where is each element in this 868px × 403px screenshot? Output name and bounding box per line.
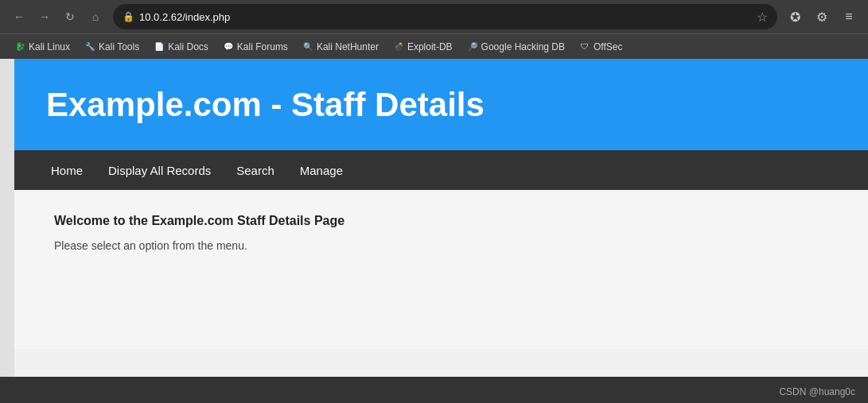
address-bar-icons: 🔒 (123, 11, 134, 22)
address-bar-container[interactable]: 🔒 ☆ (113, 4, 777, 29)
bookmark-offsec-label: OffSec (594, 41, 622, 52)
site-nav: Home Display All Records Search Manage (14, 150, 868, 190)
page-container: Example.com - Staff Details Home Display… (0, 59, 868, 377)
kali-tools-icon: 🔧 (84, 41, 95, 52)
site-footer: CSDN @huang0c (0, 377, 868, 403)
nav-home[interactable]: Home (38, 153, 95, 188)
bookmark-star-icon[interactable]: ☆ (757, 10, 768, 25)
bookmark-exploit-db[interactable]: 💣 Exploit-DB (387, 39, 459, 55)
kali-linux-icon: 🐉 (14, 41, 25, 52)
nav-search[interactable]: Search (224, 153, 287, 188)
nav-buttons: ← → ↻ ⌂ (8, 6, 107, 28)
bookmark-kali-nethunter-label: Kali NetHunter (317, 41, 379, 52)
site-header: Example.com - Staff Details (14, 59, 868, 150)
pocket-button[interactable]: ✪ (784, 6, 806, 28)
home-button[interactable]: ⌂ (84, 6, 107, 28)
welcome-text: Please select an option from the menu. (54, 239, 828, 252)
bookmark-google-hacking-db[interactable]: 🔎 Google Hacking DB (461, 39, 571, 55)
extensions-button[interactable]: ⚙ (811, 6, 833, 28)
bookmark-kali-docs-label: Kali Docs (168, 41, 208, 52)
address-bar-input[interactable] (139, 11, 752, 23)
site-title: Example.com - Staff Details (46, 86, 485, 124)
browser-toolbar: ← → ↻ ⌂ 🔒 ☆ ✪ ⚙ ≡ (0, 0, 868, 33)
refresh-button[interactable]: ↻ (59, 6, 81, 28)
offsec-icon: 🛡 (579, 41, 590, 52)
bookmark-kali-nethunter[interactable]: 🔍 Kali NetHunter (296, 39, 385, 55)
browser-actions: ✪ ⚙ ≡ (784, 6, 860, 28)
welcome-heading: Welcome to the Example.com Staff Details… (54, 214, 828, 228)
footer-text: CSDN @huang0c (779, 386, 855, 397)
bookmark-google-hacking-db-label: Google Hacking DB (481, 41, 565, 52)
browser-chrome: ← → ↻ ⌂ 🔒 ☆ ✪ ⚙ ≡ 🐉 Kali Linux 🔧 Kali To… (0, 0, 868, 59)
bookmark-kali-tools-label: Kali Tools (99, 41, 139, 52)
bookmark-kali-forums-label: Kali Forums (237, 41, 288, 52)
nav-manage[interactable]: Manage (287, 153, 356, 188)
left-sidebar (0, 59, 14, 377)
bookmark-kali-linux-label: Kali Linux (29, 41, 70, 52)
nav-display-all[interactable]: Display All Records (95, 153, 224, 188)
content-area: Example.com - Staff Details Home Display… (14, 59, 868, 377)
menu-button[interactable]: ≡ (838, 6, 860, 28)
google-hacking-db-icon: 🔎 (467, 41, 478, 52)
kali-nethunter-icon: 🔍 (302, 41, 313, 52)
shield-icon: 🔒 (123, 11, 134, 22)
bookmark-kali-tools[interactable]: 🔧 Kali Tools (78, 39, 146, 55)
forward-button[interactable]: → (33, 6, 56, 28)
bookmarks-bar: 🐉 Kali Linux 🔧 Kali Tools 📄 Kali Docs 💬 … (0, 33, 868, 59)
kali-forums-icon: 💬 (223, 41, 234, 52)
exploit-db-icon: 💣 (393, 41, 404, 52)
bookmark-exploit-db-label: Exploit-DB (407, 41, 453, 52)
bookmark-kali-linux[interactable]: 🐉 Kali Linux (8, 39, 76, 55)
kali-docs-icon: 📄 (154, 41, 165, 52)
main-content: Welcome to the Example.com Staff Details… (14, 190, 868, 349)
back-button[interactable]: ← (8, 6, 30, 28)
bookmark-kali-docs[interactable]: 📄 Kali Docs (147, 39, 215, 55)
bookmark-kali-forums[interactable]: 💬 Kali Forums (216, 39, 294, 55)
bookmark-offsec[interactable]: 🛡 OffSec (573, 39, 629, 55)
page-wrapper: Example.com - Staff Details Home Display… (0, 59, 868, 403)
